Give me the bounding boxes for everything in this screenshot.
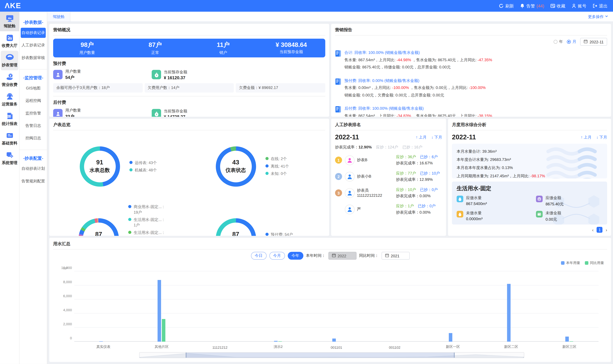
- tab-cockpit[interactable]: 驾驶舱: [47, 12, 70, 21]
- x-category-label: 11121212: [212, 346, 227, 349]
- submenu-section: -抄表数据-自动抄表记录人工抄表记录抄表数据审核: [19, 14, 47, 68]
- submenu-item[interactable]: 自动抄表记录: [21, 28, 46, 38]
- next-page-icon[interactable]: ›: [606, 228, 607, 232]
- sidebar-item-hall[interactable]: 收费大厅: [0, 31, 19, 51]
- chart-legend-item[interactable]: 本年用量: [561, 260, 580, 265]
- banner-stat-value: 98户: [53, 41, 121, 49]
- document-icon: [335, 106, 341, 117]
- sidebar-item-cockpit[interactable]: 驾驶舱: [0, 12, 19, 31]
- datazoom-selection[interactable]: [186, 352, 455, 358]
- legend-item[interactable]: 在线: 2个: [265, 156, 299, 162]
- panel-title: 用水汇总: [53, 241, 607, 249]
- legend-label: 同比用量: [590, 260, 604, 265]
- x-category-label: 新区二区: [504, 344, 518, 350]
- submenu-item[interactable]: 人工抄表记录: [21, 40, 46, 50]
- chart-legend-item[interactable]: 同比用量: [585, 260, 604, 265]
- donut-chart: 43 仪表状态: [216, 146, 256, 186]
- panel-title: 营销概况: [53, 27, 325, 36]
- report-item: 预付费: 回收率: 0.00% (销账金额/售水金额) 售水量: 0.00m³，…: [335, 77, 607, 99]
- more-actions-button[interactable]: 更多操作: [588, 14, 613, 19]
- submenu-item[interactable]: 抄表数据审核: [21, 53, 46, 63]
- sidebar-item-report[interactable]: XLS统计报表: [0, 109, 19, 129]
- bar-同比用量: [162, 319, 166, 342]
- account-button[interactable]: 账号: [571, 3, 586, 9]
- legend-item[interactable]: 远传表: 43个: [129, 160, 163, 165]
- favorite-button[interactable]: 收藏: [550, 3, 565, 9]
- donut-center: 91 水表总数: [80, 146, 120, 186]
- stat-label: 当前预存金额: [164, 108, 187, 114]
- legend-item[interactable]: 离线: 41个: [265, 164, 299, 169]
- bar-group: [540, 271, 599, 342]
- submenu-item[interactable]: 告警日志: [21, 121, 46, 131]
- datazoom-slider[interactable]: [139, 352, 524, 358]
- user-icon: [571, 3, 576, 8]
- postpaid-stat: 用户数量33户: [53, 108, 152, 117]
- logout-button[interactable]: 退出: [593, 3, 608, 9]
- bar-本年用量: [449, 333, 453, 342]
- next-month-link[interactable]: ↓ 下月: [431, 135, 442, 140]
- life-item-label: 应缴水量: [466, 195, 487, 201]
- panel-title: 人工抄表排名: [335, 122, 442, 130]
- donut-value: 43: [232, 159, 239, 166]
- legend-item[interactable]: 生活用水-固定... :1户: [128, 217, 164, 228]
- calendar-icon: [332, 253, 335, 258]
- report-line: 售水量: 0.00m³，上月同比: -100.00% ，售水金额为: 0.00元…: [345, 84, 486, 91]
- banner-stat: 98户用户数量: [53, 41, 121, 55]
- submenu-item[interactable]: 远程控阀: [21, 96, 46, 106]
- submenu-item[interactable]: 监控告警: [21, 108, 46, 118]
- radio-month-circle: [567, 40, 571, 44]
- reader-name: 抄表小B: [357, 174, 391, 179]
- ranking-row: 3 抄表员111122122122 应抄：10户已抄：0户 抄表完成率：0.00…: [335, 187, 442, 199]
- next-month-link[interactable]: ↓ 下月: [596, 135, 607, 140]
- page-button[interactable]: 1: [597, 227, 603, 233]
- legend-item[interactable]: 预付费: 54户: [265, 232, 299, 236]
- sidebar-item-system[interactable]: 系统管理: [0, 148, 19, 168]
- filter-today[interactable]: 今日: [251, 252, 266, 260]
- report-headline: 合计: 回收率: 100.00% (销账金额/售水金额): [345, 49, 492, 56]
- radio-year[interactable]: 年: [554, 39, 563, 44]
- prev-month-link[interactable]: ↑ 上月: [581, 135, 592, 140]
- bar-本年用量: [565, 337, 569, 342]
- submenu-item[interactable]: 控阀日志: [21, 133, 46, 143]
- alarm-button[interactable]: 告警 (44): [520, 3, 544, 9]
- billing-icon: [5, 73, 14, 81]
- legend-label: 生活用水-固定... :22户: [134, 230, 164, 236]
- prev-month-link[interactable]: ↑ 上月: [416, 135, 427, 140]
- reader-stats: 应抄：77户已抄：10户 抄表完成率：12.99%: [396, 170, 442, 183]
- submenu-item[interactable]: 自动抄表计划: [21, 164, 46, 174]
- refresh-button[interactable]: 刷新: [499, 3, 514, 9]
- filter-this-month[interactable]: 今月: [269, 252, 285, 260]
- sidebar-item-billing[interactable]: 营业收费: [0, 70, 19, 90]
- submenu-item[interactable]: GIS地图: [21, 83, 46, 93]
- year-date-input[interactable]: 2022: [328, 252, 356, 260]
- compare-date-input[interactable]: 2021: [381, 252, 409, 260]
- sidebar-item-meter[interactable]: 抄表管理: [1, 51, 18, 70]
- life-item-value: 0.00元: [545, 217, 561, 222]
- report-date-picker[interactable]: 2022-11: [580, 38, 607, 46]
- legend-item[interactable]: 机械表: 48个: [129, 167, 163, 173]
- legend-item[interactable]: 未知: 0个: [265, 171, 299, 177]
- sidebar-item-service[interactable]: 运营服务: [0, 90, 19, 109]
- submenu-item[interactable]: 告警规则配置: [21, 176, 46, 186]
- legend-dot: [265, 233, 268, 236]
- postpaid-stat: ¥ 当前预存金额¥ 14728.27: [152, 108, 250, 117]
- panel-title: 月度用水综合分析: [452, 122, 607, 130]
- legend-item[interactable]: 生活用水-固定... :22户: [128, 230, 164, 236]
- legend-label: 在线: 2个: [271, 156, 287, 162]
- report-controls: 年 月 2022-11: [335, 38, 607, 46]
- analysis-pagination: ‹ 1 ›: [452, 227, 607, 233]
- legend-item[interactable]: 商业用水-固定... :19户: [128, 204, 164, 215]
- submenu-section-header: -抄表数据-: [19, 19, 47, 25]
- filter-this-year[interactable]: 今年: [288, 252, 303, 260]
- ranking-row: 严 应抄：1户已抄：0户 抄表完成率：0.00%: [335, 203, 442, 215]
- reader-name: 严: [357, 207, 391, 212]
- bar-group: [191, 271, 249, 342]
- legend-dot: [265, 172, 268, 175]
- stat-label: 当前预存金额: [164, 69, 187, 75]
- base-icon: [5, 131, 14, 139]
- radio-month[interactable]: 月: [567, 39, 576, 44]
- panel-title: 营销报告: [335, 27, 607, 36]
- report-headline: 后付费: 回收率: 100.00% (销账金额/售水金额): [345, 105, 492, 112]
- prev-page-icon[interactable]: ‹: [592, 228, 594, 232]
- sidebar-item-base[interactable]: 基础资料: [0, 129, 19, 148]
